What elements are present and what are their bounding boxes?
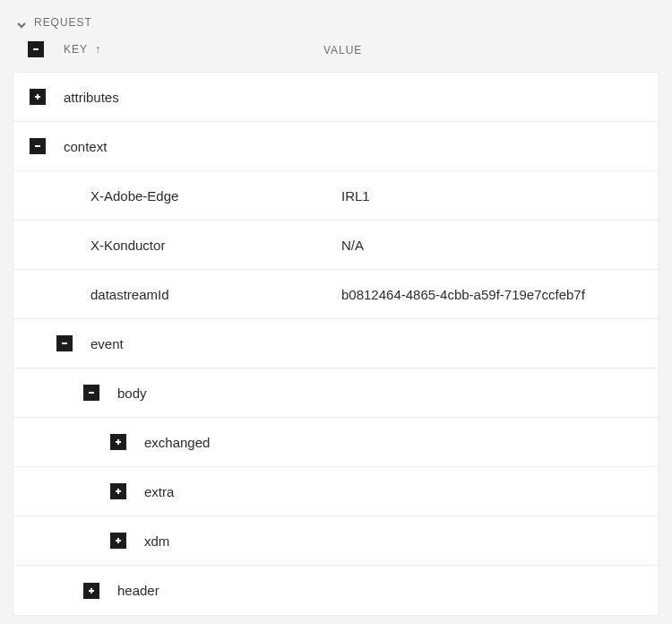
- chevron-down-icon: [16, 18, 25, 27]
- tree-key: event: [90, 336, 124, 351]
- request-panel: REQUEST KEY ↑ VALUE attributes: [0, 0, 672, 616]
- collapse-icon[interactable]: [30, 138, 46, 154]
- column-headers: KEY ↑ VALUE: [0, 41, 672, 72]
- tree-key: body: [117, 386, 147, 401]
- section-header[interactable]: REQUEST: [0, 0, 672, 41]
- tree-value: N/A: [341, 238, 642, 253]
- tree-row-x-konductor[interactable]: X-Konductor N/A: [13, 221, 659, 270]
- tree-value: IRL1: [341, 188, 642, 204]
- tree-row-datastream-id[interactable]: datastreamId b0812464-4865-4cbb-a59f-719…: [13, 270, 659, 319]
- collapse-icon[interactable]: [56, 335, 73, 351]
- tree-key: datastreamId: [30, 287, 169, 302]
- tree-row-event[interactable]: event: [13, 319, 659, 368]
- key-column-label: KEY: [64, 43, 88, 56]
- collapse-all-toggle[interactable]: [28, 41, 44, 57]
- tree-key: attributes: [64, 90, 119, 105]
- tree-key: context: [64, 139, 107, 154]
- tree-row-exchanged[interactable]: exchanged: [13, 418, 659, 467]
- sort-ascending-icon: ↑: [95, 43, 100, 56]
- collapse-icon[interactable]: [83, 385, 99, 401]
- tree-key: xdm: [144, 533, 169, 549]
- tree-row-xdm[interactable]: xdm: [13, 516, 659, 566]
- tree-row-x-adobe-edge[interactable]: X-Adobe-Edge IRL1: [13, 171, 659, 221]
- tree-key: X-Adobe-Edge: [30, 188, 178, 204]
- section-title: REQUEST: [34, 16, 92, 29]
- tree-key: header: [117, 583, 159, 598]
- tree-row-extra[interactable]: extra: [13, 467, 659, 516]
- tree-key: X-Konductor: [30, 238, 165, 253]
- tree-key: extra: [144, 484, 174, 499]
- expand-icon[interactable]: [110, 483, 126, 499]
- key-column-header[interactable]: KEY ↑: [64, 43, 323, 56]
- tree-view: attributes context X-Adobe-Edge IRL1 X-K…: [13, 72, 659, 616]
- value-column-label: VALUE: [323, 44, 362, 56]
- tree-key: exchanged: [144, 435, 210, 450]
- expand-icon[interactable]: [110, 533, 126, 549]
- tree-row-header[interactable]: header: [13, 566, 659, 615]
- tree-row-body[interactable]: body: [13, 368, 659, 418]
- expand-icon[interactable]: [30, 89, 46, 105]
- tree-row-context[interactable]: context: [13, 122, 659, 171]
- expand-icon[interactable]: [83, 583, 99, 599]
- tree-value: b0812464-4865-4cbb-a59f-719e7ccfeb7f: [341, 287, 642, 302]
- expand-icon[interactable]: [110, 434, 126, 450]
- tree-row-attributes[interactable]: attributes: [13, 73, 659, 122]
